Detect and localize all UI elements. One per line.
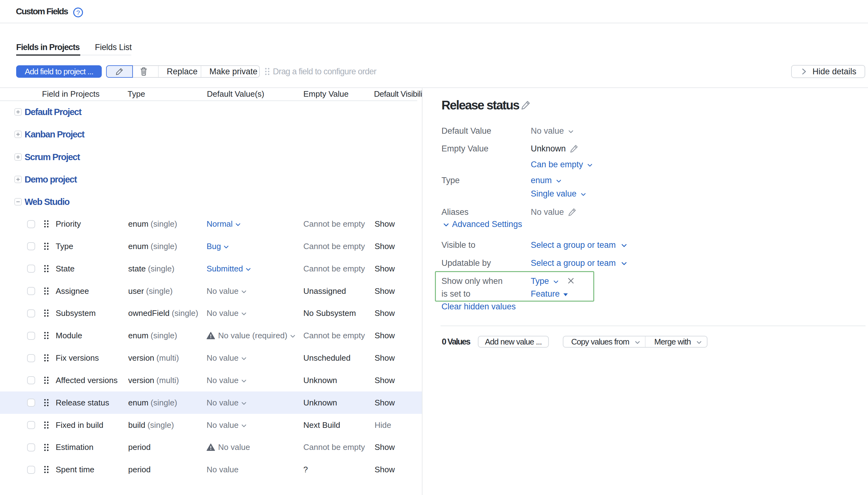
svg-text:?: ? [76, 9, 80, 16]
